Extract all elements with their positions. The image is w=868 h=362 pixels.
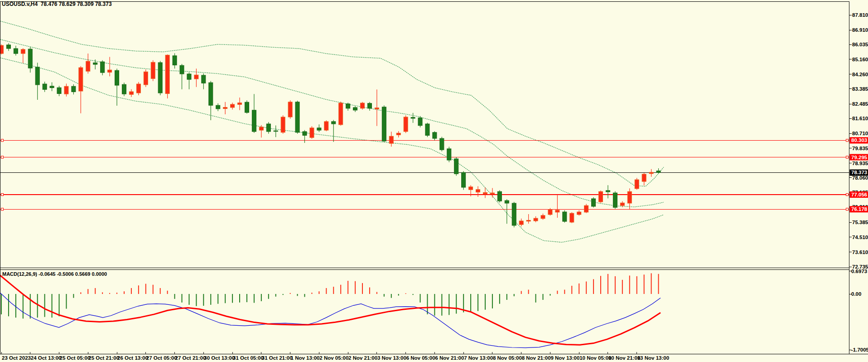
current-price-badge-label: 78.373 bbox=[851, 170, 867, 175]
chart-title: USOUSD.v,H4 78.476 78.629 78.309 78.373 bbox=[2, 1, 112, 7]
time-tick-label: 30 Oct 13:00 bbox=[204, 355, 235, 361]
candle-body bbox=[50, 86, 54, 88]
candle-body bbox=[165, 55, 169, 93]
candle-body bbox=[231, 104, 235, 108]
time-tick-label: 9 Nov 13:00 bbox=[550, 355, 579, 361]
candle-body bbox=[245, 102, 249, 113]
price-tick-label: 78.935 bbox=[852, 161, 868, 166]
candle-body bbox=[440, 138, 444, 150]
candle-body bbox=[548, 210, 552, 215]
candle-body bbox=[454, 159, 458, 174]
symbol-period-label: USOUSD.v,H4 bbox=[2, 1, 38, 7]
price-tick-label: 78.060 bbox=[852, 175, 868, 181]
candle-body bbox=[209, 83, 213, 105]
level-price-badge-label: 80.303 bbox=[851, 137, 867, 143]
candle-body bbox=[144, 72, 148, 85]
candle-body bbox=[274, 131, 278, 132]
candle-body bbox=[512, 203, 516, 225]
time-tick-label: 24 Oct 13:00 bbox=[31, 355, 62, 361]
line-anchor-marker[interactable] bbox=[1, 156, 4, 158]
candle-body bbox=[462, 172, 466, 187]
candle-body bbox=[519, 221, 523, 225]
candle-body bbox=[324, 122, 328, 130]
candle-body bbox=[404, 117, 408, 132]
line-anchor-marker[interactable] bbox=[846, 156, 849, 158]
candle-body bbox=[223, 108, 227, 109]
candle-body bbox=[252, 110, 256, 132]
line-anchor-marker[interactable] bbox=[846, 208, 849, 210]
candle-body bbox=[497, 191, 502, 201]
line-anchor-marker[interactable] bbox=[846, 139, 849, 142]
candle-body bbox=[303, 132, 307, 135]
candle-body bbox=[0, 45, 4, 54]
candle-body bbox=[101, 62, 105, 73]
candle-body bbox=[425, 124, 429, 135]
candle-body bbox=[28, 49, 32, 68]
candle-body bbox=[129, 92, 133, 94]
time-tick-label: 26 Oct 13:00 bbox=[117, 355, 148, 361]
time-tick-label: 2 Nov 21:00 bbox=[348, 355, 377, 361]
candle-body bbox=[93, 63, 97, 64]
candle-body bbox=[21, 49, 25, 54]
candle-body bbox=[490, 193, 494, 194]
candle-body bbox=[187, 74, 191, 79]
macd-scale-label: -1.7005 bbox=[851, 347, 868, 352]
candle-body bbox=[57, 88, 61, 93]
line-anchor-marker[interactable] bbox=[1, 193, 4, 196]
candle-body bbox=[541, 215, 545, 219]
candle-body bbox=[447, 149, 451, 160]
price-tick-label: 73.610 bbox=[852, 249, 868, 255]
price-tick-label: 84.260 bbox=[852, 72, 868, 77]
candle-body bbox=[295, 102, 299, 132]
line-anchor-marker[interactable] bbox=[1, 139, 4, 142]
time-tick-label: 6 Nov 05:00 bbox=[406, 355, 435, 361]
price-tick-label: 82.485 bbox=[852, 101, 868, 107]
time-tick-label: 25 Oct 21:00 bbox=[88, 355, 119, 361]
price-tick-label: 86.910 bbox=[852, 27, 868, 33]
candle-body bbox=[216, 105, 220, 109]
line-anchor-marker[interactable] bbox=[846, 193, 849, 196]
chart-canvas[interactable]: 87.81086.91086.03585.16084.26083.38582.4… bbox=[0, 0, 868, 362]
candle-body bbox=[433, 132, 437, 138]
time-tick-label: 10 Nov 21:00 bbox=[608, 355, 640, 361]
level-price-badge-label: 76.178 bbox=[851, 206, 868, 212]
candle-body bbox=[108, 70, 112, 72]
candle-body bbox=[281, 117, 285, 132]
level-price-badge-label: 79.295 bbox=[851, 155, 868, 160]
candle-body bbox=[346, 104, 350, 108]
time-tick-label: 10 Nov 05:00 bbox=[579, 355, 611, 361]
candle-body bbox=[555, 210, 559, 212]
candle-body bbox=[526, 220, 530, 221]
candle-body bbox=[584, 205, 588, 212]
candle-body bbox=[35, 67, 39, 85]
macd-scale-label: 0.00 bbox=[851, 291, 861, 297]
candle-body bbox=[367, 103, 371, 108]
time-tick-label: 25 Oct 05:00 bbox=[60, 355, 91, 361]
candle-body bbox=[577, 212, 581, 215]
candle-body bbox=[592, 199, 596, 206]
candle-body bbox=[483, 192, 487, 194]
candle-body bbox=[375, 108, 379, 109]
ohlc-values: 78.476 78.629 78.309 78.373 bbox=[41, 1, 112, 7]
candle-body bbox=[599, 191, 603, 202]
price-tick-label: 81.610 bbox=[852, 116, 868, 121]
line-anchor-marker[interactable] bbox=[1, 208, 4, 210]
price-tick-label: 86.035 bbox=[852, 42, 868, 47]
candle-body bbox=[180, 65, 184, 74]
candle-body bbox=[79, 68, 83, 91]
price-tick-label: 85.160 bbox=[852, 57, 868, 62]
candle-body bbox=[43, 84, 47, 89]
candle-body bbox=[627, 191, 632, 203]
candle-body bbox=[6, 45, 10, 49]
time-tick-label: 27 Oct 05:00 bbox=[146, 355, 177, 361]
time-tick-label: 23 Oct 2023 bbox=[2, 355, 31, 361]
price-tick-label: 74.510 bbox=[852, 235, 868, 240]
candle-body bbox=[505, 201, 509, 203]
candle-body bbox=[288, 102, 292, 117]
time-tick-label: 27 Oct 21:00 bbox=[175, 355, 206, 361]
candle-body bbox=[310, 128, 314, 137]
price-tick-label: 80.710 bbox=[852, 131, 868, 136]
candle-body bbox=[14, 49, 18, 54]
candle-body bbox=[259, 127, 263, 130]
candle-body bbox=[136, 84, 140, 93]
